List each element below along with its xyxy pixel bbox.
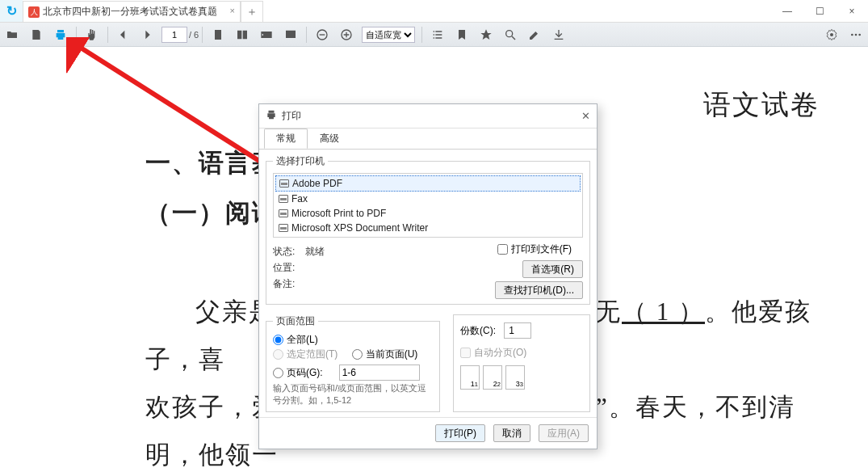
status-value: 就绪 [305, 245, 325, 259]
search-button[interactable] [498, 23, 522, 46]
location-label: 位置: [273, 261, 305, 275]
page-number-input[interactable] [161, 27, 187, 43]
apply-button: 应用(A) [539, 424, 589, 442]
fit-width-button[interactable] [254, 23, 279, 46]
open-button[interactable] [0, 23, 24, 46]
page-range-label: 页面范围 [273, 314, 318, 328]
status-label: 状态: [273, 245, 305, 259]
printer-group: 选择打印机 Adobe PDF Fax Microsoft Print to P… [266, 154, 590, 305]
favorite-button[interactable] [474, 23, 498, 46]
zoom-out-button[interactable] [310, 23, 334, 46]
tab-title: 北京市四中新初一分班考试语文试卷真题 [43, 5, 217, 19]
range-pages-input[interactable] [339, 365, 420, 381]
dialog-titlebar[interactable]: 打印 ✕ [259, 104, 597, 129]
range-current-radio[interactable]: 当前页面(U) [352, 348, 418, 361]
pdf-icon: 人 [28, 6, 40, 18]
presentation-button[interactable] [279, 23, 303, 46]
range-selection-radio[interactable]: 选定范围(T) [273, 348, 338, 361]
print-dialog: 打印 ✕ 常规 高级 选择打印机 Adobe PDF Fax Microsoft… [258, 103, 598, 449]
copies-group: 份数(C): 自动分页(O) 112233 [453, 314, 590, 412]
range-pages-radio[interactable]: 页码(G): [273, 366, 323, 380]
svg-point-5 [855, 33, 858, 36]
tab-strip: ↻ 人 北京市四中新初一分班考试语文试卷真题 × ＋ [0, 0, 868, 23]
collate-checkbox: 自动分页(O) [460, 346, 526, 360]
find-printer-button[interactable]: 查找打印机(D)... [495, 281, 583, 299]
tab-general[interactable]: 常规 [264, 129, 308, 149]
svg-point-6 [858, 33, 861, 36]
printer-item-ms-xps[interactable]: Microsoft XPS Document Writer [275, 221, 581, 235]
page-total-label: / 6 [189, 30, 199, 40]
preferences-button[interactable]: 首选项(R) [522, 260, 583, 278]
range-all-radio[interactable]: 全部(L) [273, 333, 318, 347]
window-close-button[interactable]: × [836, 0, 868, 23]
prev-page-button[interactable] [111, 23, 136, 46]
printer-list[interactable]: Adobe PDF Fax Microsoft Print to PDF Mic… [273, 173, 583, 238]
more-button[interactable] [844, 23, 868, 46]
svg-point-2 [506, 30, 513, 36]
range-help-text: 输入页面号码和/或页面范围，以英文逗号分割。如，1,5-12 [273, 382, 433, 407]
printer-item-icon [279, 195, 288, 203]
download-button[interactable] [547, 23, 571, 46]
printer-icon [266, 109, 277, 123]
settings-button[interactable] [820, 23, 844, 46]
edit-button[interactable] [522, 23, 547, 46]
copies-input[interactable] [504, 322, 531, 339]
printer-item-icon [279, 179, 289, 188]
app-icon: ↻ [0, 0, 23, 22]
new-tab-button[interactable]: ＋ [241, 1, 263, 22]
bookmark-button[interactable] [450, 23, 474, 46]
window-minimize-button[interactable]: — [771, 0, 803, 23]
dialog-tabs: 常规 高级 [259, 129, 597, 150]
zoom-in-button[interactable] [334, 23, 359, 46]
save-button[interactable] [24, 23, 48, 46]
printer-item-icon [279, 224, 288, 232]
hand-tool-button[interactable] [80, 23, 104, 46]
page-range-group: 页面范围 全部(L) 选定范围(T) 当前页面(U) 页码(G): 输入页面号码… [266, 314, 440, 412]
svg-point-3 [830, 33, 833, 36]
copies-label: 份数(C): [460, 324, 504, 338]
tab-advanced[interactable]: 高级 [308, 129, 351, 149]
main-toolbar: / 6 自适应宽 [0, 23, 868, 47]
zoom-select[interactable]: 自适应宽 [362, 27, 415, 43]
print-to-file-checkbox[interactable]: 打印到文件(F) [497, 242, 572, 256]
single-page-button[interactable] [206, 23, 230, 46]
printer-item-icon [279, 209, 288, 217]
printer-item-fax[interactable]: Fax [275, 192, 581, 206]
note-label: 备注: [273, 277, 305, 291]
tab-close-icon[interactable]: × [230, 6, 235, 15]
cancel-button[interactable]: 取消 [493, 424, 530, 442]
collate-preview: 112233 [460, 365, 583, 390]
dialog-buttons: 打印(P) 取消 应用(A) [259, 417, 597, 449]
next-page-button[interactable] [136, 23, 160, 46]
dialog-close-button[interactable]: ✕ [581, 110, 590, 122]
facing-pages-button[interactable] [230, 23, 254, 46]
outline-button[interactable] [426, 23, 450, 46]
printer-group-label: 选择打印机 [273, 154, 328, 168]
print-button[interactable] [48, 23, 73, 46]
dialog-title: 打印 [282, 109, 577, 123]
print-confirm-button[interactable]: 打印(P) [435, 424, 485, 442]
printer-item-ms-print-pdf[interactable]: Microsoft Print to PDF [275, 206, 581, 221]
window-controls: — ☐ × [771, 0, 868, 23]
document-tab[interactable]: 人 北京市四中新初一分班考试语文试卷真题 × [23, 1, 241, 22]
svg-point-4 [851, 33, 853, 36]
printer-item-adobe-pdf[interactable]: Adobe PDF [275, 175, 581, 192]
window-maximize-button[interactable]: ☐ [803, 0, 836, 23]
